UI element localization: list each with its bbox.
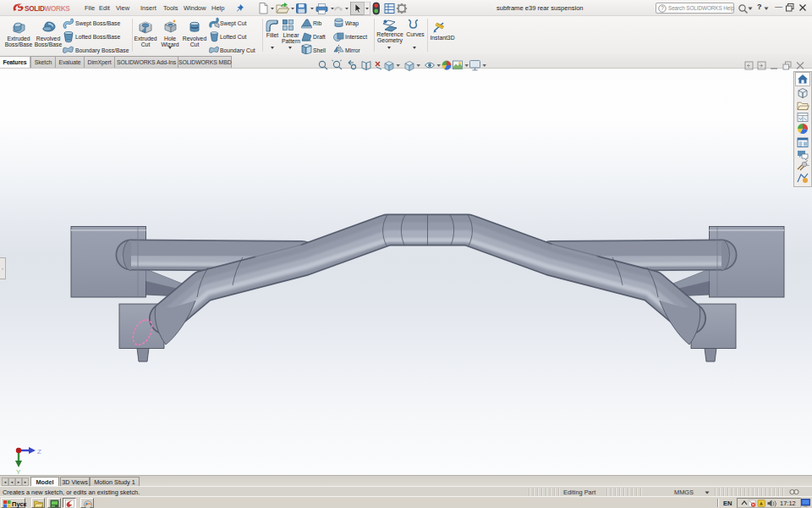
- svg-text:Y: Y: [16, 468, 21, 475]
- svg-text:SOLIDWORKS: SOLIDWORKS: [25, 5, 70, 13]
- svg-text:Z: Z: [37, 448, 41, 456]
- svg-text:?: ?: [661, 5, 664, 11]
